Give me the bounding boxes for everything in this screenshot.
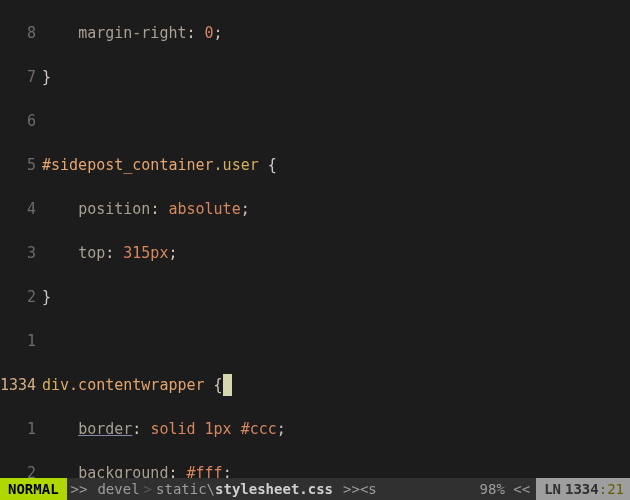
column-value: :21 [599,478,630,500]
separator-icon: >> [67,478,92,500]
code-line[interactable]: } [42,286,630,308]
code-line[interactable]: position: absolute; [42,198,630,220]
file-path: devel > static\stylesheet.css [91,478,339,500]
code-line[interactable] [42,110,630,132]
code-line[interactable]: } [42,66,630,88]
line-number: 7 [0,66,42,88]
line-number: 4 [0,198,42,220]
line-number: 5 [0,154,42,176]
editor-viewport[interactable]: 8 margin-right: 0; 7} 6 5#sidepost_conta… [0,0,630,478]
line-number: 1 [0,418,42,440]
separator-icon: >><s [339,478,381,500]
code-line-current[interactable]: div.contentwrapper { [42,374,630,396]
line-label: LN [536,478,565,500]
mode-indicator: NORMAL [0,478,67,500]
line-number: 2 [0,286,42,308]
current-line-number: 1334 [0,374,42,396]
code-line[interactable] [42,330,630,352]
code-line[interactable]: border: solid 1px #ccc; [42,418,630,440]
code-line[interactable]: margin-right: 0; [42,22,630,44]
code-line[interactable]: #sidepost_container.user { [42,154,630,176]
line-number: 1 [0,330,42,352]
code-line[interactable]: top: 315px; [42,242,630,264]
statusbar: NORMAL >> devel > static\stylesheet.css … [0,478,630,500]
line-value: 1334 [565,478,599,500]
line-number: 3 [0,242,42,264]
cursor [223,374,232,396]
scroll-percent: 98% << [474,478,537,500]
line-number: 6 [0,110,42,132]
line-number: 8 [0,22,42,44]
